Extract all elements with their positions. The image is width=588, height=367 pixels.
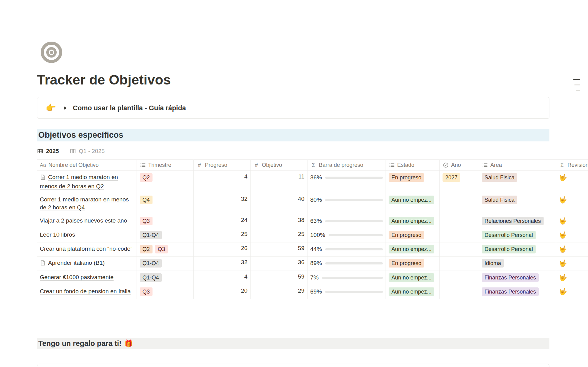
tag-Q2[interactable]: Q2 [140, 173, 153, 182]
ano-cell[interactable] [440, 285, 479, 299]
objetivo-cell[interactable]: 59 [251, 271, 307, 285]
column-header-barra[interactable]: ΣBarra de progreso [307, 160, 386, 170]
estado-cell[interactable]: Aun no empez... [386, 285, 440, 299]
progreso-cell[interactable]: 26 [194, 242, 251, 256]
trimestre-cell[interactable]: Q1-Q4 [137, 228, 194, 242]
objective-name-cell[interactable]: Aprender italiano (B1) [37, 257, 137, 271]
column-header-estado[interactable]: Estado [386, 160, 440, 170]
objective-link[interactable]: Viajar a 2 paises nuevos este ano [40, 217, 127, 224]
tag-Aun no empez...[interactable]: Aun no empez... [389, 196, 434, 204]
trimestre-cell[interactable]: Q3 [137, 285, 194, 299]
tag-Idioma[interactable]: Idioma [482, 259, 504, 268]
objective-link[interactable]: Leer 10 libros [40, 231, 75, 238]
progreso-cell[interactable]: 25 [194, 228, 251, 242]
objective-link[interactable]: Crear una plataforma con “no-code” [40, 245, 132, 252]
progress-bar-cell[interactable]: 63% [307, 214, 386, 228]
area-cell[interactable]: Desarrollo Personal [479, 228, 556, 242]
column-header-progreso[interactable]: #Progreso [194, 160, 251, 170]
progress-bar-cell[interactable]: 89% [307, 257, 386, 271]
objetivo-cell[interactable]: 38 [251, 214, 307, 228]
revision-cell[interactable]: 🤟 [556, 257, 588, 271]
tag-Aun no empez...[interactable]: Aun no empez... [389, 245, 434, 253]
progreso-cell[interactable]: 4 [194, 171, 251, 193]
progreso-cell[interactable]: 20 [194, 285, 251, 299]
ano-cell[interactable] [440, 271, 479, 285]
revision-cell[interactable]: 🤟 [556, 228, 588, 242]
trimestre-cell[interactable]: Q2Q3 [137, 242, 194, 256]
area-cell[interactable]: Desarrollo Personal [479, 242, 556, 256]
toc-line-2[interactable] [574, 84, 580, 85]
tag-Aun no empez...[interactable]: Aun no empez... [389, 287, 434, 296]
tag-Q1-Q4[interactable]: Q1-Q4 [140, 231, 162, 239]
objetivo-cell[interactable]: 36 [251, 257, 307, 271]
tag-En progreso[interactable]: En progreso [389, 259, 424, 268]
progreso-cell[interactable]: 32 [194, 257, 251, 271]
progress-bar-cell[interactable]: 100% [307, 228, 386, 242]
trimestre-cell[interactable]: Q3 [137, 214, 194, 228]
trimestre-cell[interactable]: Q1-Q4 [137, 271, 194, 285]
progreso-cell[interactable]: 32 [194, 193, 251, 214]
ano-cell[interactable] [440, 214, 479, 228]
ano-cell[interactable] [440, 242, 479, 256]
toc-line-1[interactable] [573, 79, 580, 80]
tag-Finanzas Personales[interactable]: Finanzas Personales [482, 273, 539, 282]
trimestre-cell[interactable]: Q4 [137, 193, 194, 214]
ano-cell[interactable]: 2027 [440, 171, 479, 193]
revision-cell[interactable]: 🤟 [556, 271, 588, 285]
tag-Salud Fisica[interactable]: Salud Fisica [482, 196, 517, 204]
progress-bar-cell[interactable]: 7% [307, 271, 386, 285]
trimestre-cell[interactable]: Q2 [137, 171, 194, 193]
estado-cell[interactable]: Aun no empez... [386, 271, 440, 285]
objetivo-cell[interactable]: 59 [251, 242, 307, 256]
objective-name-cell[interactable]: Leer 10 libros [37, 228, 137, 242]
estado-cell[interactable]: Aun no empez... [386, 242, 440, 256]
progress-bar-cell[interactable]: 44% [307, 242, 386, 256]
revision-cell[interactable]: 🤟 [556, 171, 588, 193]
toc-line-3[interactable] [576, 90, 580, 91]
progress-bar-cell[interactable]: 36% [307, 171, 386, 193]
objetivo-cell[interactable]: 29 [251, 285, 307, 299]
estado-cell[interactable]: En progreso [386, 228, 440, 242]
area-cell[interactable]: Finanzas Personales [479, 271, 556, 285]
objective-name-cell[interactable]: Correr 1 medio maraton en menos de 2 hor… [37, 193, 137, 214]
tab-2025[interactable]: 2025 [37, 148, 59, 155]
tab-q1-2025[interactable]: Q1 - 2025 [70, 148, 105, 155]
callout-toggle-label[interactable]: Como usar la plantilla - Guía rápida [73, 104, 186, 112]
tag-Q1-Q4[interactable]: Q1-Q4 [140, 273, 162, 282]
progress-bar-cell[interactable]: 80% [307, 193, 386, 214]
revision-cell[interactable]: 🤟 [556, 193, 588, 214]
objective-name-cell[interactable]: Generar €1000 pasivamente [37, 271, 137, 285]
column-header-trimestre[interactable]: Trimestre [137, 160, 194, 170]
tag-Finanzas Personales[interactable]: Finanzas Personales [482, 287, 539, 296]
toggle-arrow-icon[interactable] [64, 106, 67, 110]
revision-cell[interactable]: 🤟 [556, 285, 588, 299]
tag-Desarrollo Personal[interactable]: Desarrollo Personal [482, 245, 536, 253]
objective-link[interactable]: Aprender italiano (B1) [48, 260, 105, 266]
objective-link[interactable]: Crear un fondo de pension en Italia [40, 288, 131, 294]
tag-En progreso[interactable]: En progreso [389, 231, 424, 239]
progress-bar-cell[interactable]: 69% [307, 285, 386, 299]
tag-Q3[interactable]: Q3 [140, 287, 153, 296]
objective-link[interactable]: Generar €1000 pasivamente [40, 274, 114, 280]
column-header-name[interactable]: AaNombre del Objetivo [37, 160, 137, 170]
area-cell[interactable]: Salud Fisica [479, 171, 556, 193]
progreso-cell[interactable]: 24 [194, 214, 251, 228]
estado-cell[interactable]: Aun no empez... [386, 193, 440, 214]
objetivo-cell[interactable]: 25 [251, 228, 307, 242]
how-to-callout[interactable]: 👉 Como usar la plantilla - Guía rápida [37, 97, 549, 119]
tag-Aun no empez...[interactable]: Aun no empez... [389, 217, 434, 225]
tag-Q3[interactable]: Q3 [155, 245, 168, 253]
tag-Desarrollo Personal[interactable]: Desarrollo Personal [482, 231, 536, 239]
area-cell[interactable]: Finanzas Personales [479, 285, 556, 299]
ano-cell[interactable] [440, 228, 479, 242]
progreso-cell[interactable]: 4 [194, 271, 251, 285]
tag-Aun no empez...[interactable]: Aun no empez... [389, 273, 434, 282]
tag-Q4[interactable]: Q4 [140, 196, 153, 204]
estado-cell[interactable]: En progreso [386, 171, 440, 193]
page-target-icon[interactable] [41, 42, 62, 63]
estado-cell[interactable]: En progreso [386, 257, 440, 271]
tag-Q2[interactable]: Q2 [140, 245, 153, 253]
revision-cell[interactable]: 🤟 [556, 214, 588, 228]
objective-name-cell[interactable]: Crear una plataforma con “no-code” [37, 242, 137, 256]
column-header-ano[interactable]: Ano [440, 160, 479, 170]
